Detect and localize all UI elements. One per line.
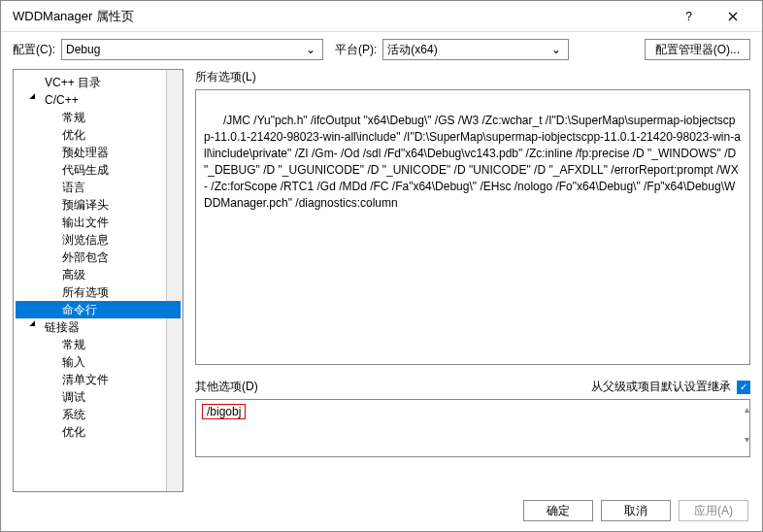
tree-item[interactable]: 代码生成	[16, 161, 181, 179]
other-options-textarea[interactable]: /bigobj ▴▾	[195, 399, 750, 457]
all-options-textarea[interactable]: /JMC /Yu"pch.h" /ifcOutput "x64\Debug\" …	[195, 89, 750, 365]
tree-item[interactable]: 浏览信息	[16, 231, 181, 249]
tree-item[interactable]: 预处理器	[16, 144, 181, 161]
property-tree[interactable]: VC++ 目录 C/C++ 常规优化预处理器代码生成语言预编译头输出文件浏览信息…	[13, 69, 183, 492]
config-label: 配置(C):	[13, 42, 55, 58]
close-button[interactable]	[711, 1, 754, 32]
tree-item[interactable]: 所有选项	[16, 283, 181, 301]
config-manager-button[interactable]: 配置管理器(O)...	[645, 39, 750, 60]
scroll-down-icon[interactable]: ▾	[745, 434, 749, 445]
tree-item[interactable]: 系统	[16, 406, 181, 423]
scroll-up-icon[interactable]: ▴	[745, 404, 749, 415]
other-options-label: 其他选项(D)	[195, 379, 258, 395]
tree-item[interactable]: 调试	[16, 388, 181, 406]
config-select[interactable]: Debug ⌄	[61, 39, 323, 60]
tree-item[interactable]: 输出文件	[16, 214, 181, 231]
all-options-label: 所有选项(L)	[195, 69, 750, 85]
tree-item[interactable]: 预编译头	[16, 196, 181, 214]
tree-item-ccpp[interactable]: C/C++	[16, 91, 181, 109]
tree-item-vcdirs[interactable]: VC++ 目录	[16, 74, 181, 91]
tree-item[interactable]: 常规	[16, 109, 181, 126]
chevron-down-icon: ⌄	[548, 43, 564, 56]
platform-label: 平台(P):	[335, 42, 377, 58]
cancel-button[interactable]: 取消	[601, 500, 671, 521]
caret-open-icon	[33, 91, 41, 109]
inherit-label: 从父级或项目默认设置继承	[591, 379, 731, 395]
tree-item[interactable]: 输入	[16, 353, 181, 371]
other-options-text: /bigobj	[202, 404, 246, 419]
tree-item[interactable]: 高级	[16, 266, 181, 283]
tree-item[interactable]: 外部包含	[16, 249, 181, 266]
caret-open-icon	[33, 318, 41, 336]
inherit-checkbox[interactable]: ✓	[737, 381, 750, 394]
ok-button[interactable]: 确定	[523, 500, 593, 521]
tree-item-linker[interactable]: 链接器	[16, 318, 181, 336]
tree-item[interactable]: 语言	[16, 179, 181, 196]
chevron-down-icon: ⌄	[303, 43, 318, 56]
apply-button[interactable]: 应用(A)	[679, 500, 748, 521]
platform-value: 活动(x64)	[387, 42, 437, 58]
help-button[interactable]: ?	[667, 1, 711, 32]
platform-select[interactable]: 活动(x64) ⌄	[382, 39, 569, 60]
all-options-text: /JMC /Yu"pch.h" /ifcOutput "x64\Debug\" …	[204, 114, 741, 210]
window-title: WDDManager 属性页	[13, 8, 667, 25]
tree-item[interactable]: 常规	[16, 336, 181, 353]
tree-item[interactable]: 清单文件	[16, 371, 181, 388]
config-value: Debug	[66, 43, 100, 56]
tree-item[interactable]: 优化	[16, 126, 181, 144]
tree-item[interactable]: 命令行	[16, 301, 181, 318]
tree-item[interactable]: 优化	[16, 423, 181, 441]
